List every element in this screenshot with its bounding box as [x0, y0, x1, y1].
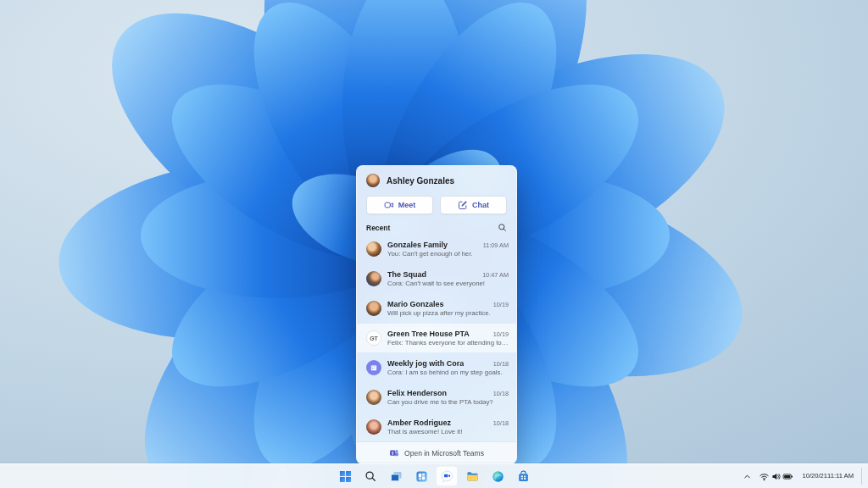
battery-icon: [782, 471, 793, 482]
network-volume-battery-button[interactable]: [756, 466, 796, 486]
avatar: [366, 241, 381, 257]
chat-button-label: Chat: [472, 201, 489, 209]
conversation-name: Felix Henderson: [387, 389, 447, 397]
avatar: [366, 271, 381, 286]
microsoft-store-icon: [517, 470, 530, 483]
conversation-time: 10/18: [493, 390, 509, 397]
conversation-name: The Squad: [387, 270, 426, 279]
teams-chat-icon: [441, 470, 453, 483]
user-avatar[interactable]: [366, 174, 380, 187]
conversation-gonzales-family[interactable]: Gonzales Family 11:09 AM You: Can't get …: [357, 235, 516, 264]
chat-button[interactable]: Chat: [440, 196, 507, 214]
conversation-preview: Will pick up pizza after my practice.: [387, 309, 509, 317]
compose-icon: [458, 200, 468, 210]
show-desktop-button[interactable]: [861, 468, 865, 485]
teams-icon: [389, 448, 399, 458]
teams-chat-flyout: Ashley Gonzales Meet Chat Recent Gonzale…: [356, 165, 517, 464]
conversation-time: 10:47 AM: [482, 271, 509, 279]
conversation-preview: Felix: Thanks everyone for attending tod…: [387, 339, 509, 347]
avatar: [366, 419, 381, 435]
edge-icon: [492, 470, 504, 483]
meet-button[interactable]: Meet: [366, 196, 433, 214]
avatar-initials-text: GT: [370, 336, 378, 341]
flyout-header: Ashley Gonzales: [357, 166, 516, 193]
conversation-mario-gonzales[interactable]: Mario Gonzales 10/19 Will pick up pizza …: [357, 294, 516, 324]
widgets-icon: [415, 470, 428, 483]
conversation-preview: You: Can't get enough of her.: [387, 250, 509, 258]
open-in-teams-button[interactable]: Open in Microsoft Teams: [357, 441, 516, 463]
start-button[interactable]: [334, 466, 356, 486]
wifi-icon: [759, 471, 770, 482]
conversation-name: Gonzales Family: [387, 241, 448, 249]
conversation-list: Gonzales Family 11:09 AM You: Can't get …: [357, 235, 516, 441]
meet-button-label: Meet: [398, 201, 416, 209]
taskbar: 10/20/21 11:11 AM: [0, 463, 868, 488]
conversation-preview: Cora: Can't wait to see everyone!: [387, 280, 509, 287]
avatar: [366, 301, 381, 316]
conversation-name: Mario Gonzales: [387, 300, 444, 308]
avatar-initials: GT: [366, 330, 381, 346]
clock[interactable]: 10/20/21 11:11 AM: [798, 466, 858, 486]
chevron-up-icon: [743, 472, 752, 481]
conversation-green-tree-house-pta[interactable]: GT Green Tree House PTA 10/19 Felix: Tha…: [357, 324, 516, 353]
recent-bar: Recent: [366, 223, 507, 232]
conversation-preview: Can you drive me to the PTA today?: [387, 398, 509, 406]
conversation-time: 10/19: [493, 330, 509, 338]
microsoft-store-button[interactable]: [512, 466, 534, 486]
conversation-name: Weekly jog with Cora: [387, 359, 464, 368]
edge-button[interactable]: [487, 466, 509, 486]
tray-date: 10/20/21: [802, 472, 827, 480]
task-view-icon: [390, 470, 403, 483]
conversation-name: Amber Rodriguez: [387, 419, 451, 427]
hidden-icons-button[interactable]: [740, 466, 754, 486]
conversation-amber-rodriguez[interactable]: Amber Rodriguez 10/18 That is awesome! L…: [357, 412, 516, 441]
task-view-button[interactable]: [385, 466, 407, 486]
flyout-actions: Meet Chat: [366, 196, 507, 214]
user-name: Ashley Gonzales: [387, 176, 454, 186]
conversation-weekly-jog[interactable]: Weekly jog with Cora 10/18 Cora: I am so…: [357, 352, 516, 382]
file-explorer-button[interactable]: [461, 466, 483, 486]
tray-time: 11:11 AM: [827, 472, 854, 480]
conversation-time: 10/18: [493, 419, 509, 427]
conversation-name: Green Tree House PTA: [387, 330, 470, 338]
conversation-time: 11:09 AM: [483, 241, 509, 249]
conversation-preview: That is awesome! Love it!: [387, 428, 509, 435]
widgets-button[interactable]: [410, 466, 432, 486]
chat-button-taskbar[interactable]: [436, 466, 458, 486]
conversation-felix-henderson[interactable]: Felix Henderson 10/18 Can you drive me t…: [357, 382, 516, 412]
system-tray: 10/20/21 11:11 AM: [740, 464, 865, 488]
windows-start-icon: [339, 470, 352, 483]
volume-icon: [771, 471, 782, 482]
conversation-the-squad[interactable]: The Squad 10:47 AM Cora: Can't wait to s…: [357, 264, 516, 294]
calendar-avatar-icon: [366, 360, 381, 375]
desktop: Ashley Gonzales Meet Chat Recent Gonzale…: [0, 0, 868, 488]
search-icon[interactable]: [498, 223, 507, 232]
conversation-preview: Cora: I am so behind on my step goals.: [387, 369, 509, 376]
conversation-time: 10/18: [493, 360, 509, 368]
video-camera-icon: [384, 200, 394, 210]
taskbar-center-icons: [0, 464, 868, 488]
open-in-teams-label: Open in Microsoft Teams: [404, 449, 484, 458]
avatar: [366, 390, 381, 405]
search-button[interactable]: [359, 466, 381, 486]
recent-label: Recent: [366, 224, 390, 232]
conversation-time: 10/19: [493, 301, 509, 308]
search-icon: [364, 470, 376, 482]
file-explorer-icon: [466, 470, 479, 483]
